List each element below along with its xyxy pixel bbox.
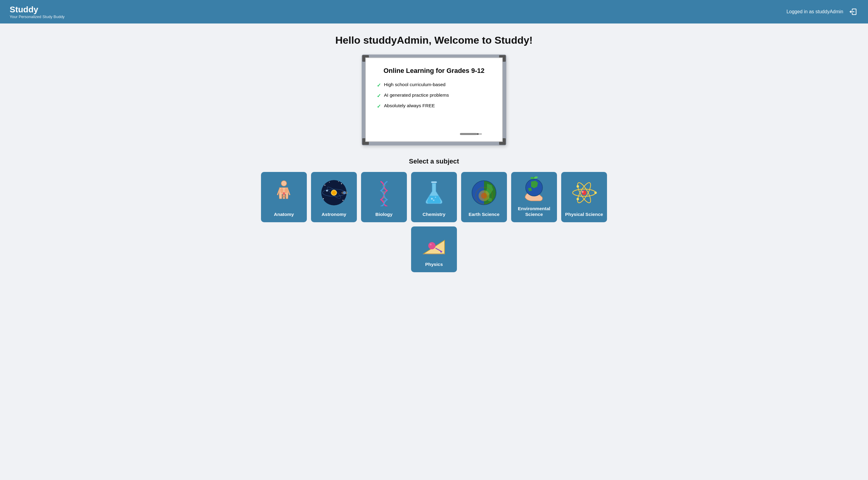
svg-point-16 xyxy=(343,200,344,201)
wb-item-2: ✓AI generated practice problems xyxy=(377,93,491,99)
subject-card-astronomy[interactable]: Astronomy xyxy=(311,172,357,222)
whiteboard: Online Learning for Grades 9-12 ✓High sc… xyxy=(362,55,506,145)
svg-point-42 xyxy=(582,191,584,193)
check-icon-2: ✓ xyxy=(377,93,381,99)
logout-icon xyxy=(849,7,857,16)
main-content: Hello studdyAdmin, Welcome to Studdy! On… xyxy=(0,24,868,284)
subject-card-earth-science[interactable]: Earth Science xyxy=(461,172,507,222)
welcome-heading: Hello studdyAdmin, Welcome to Studdy! xyxy=(336,34,533,46)
wb-item-text-1: High school curriculum-based xyxy=(384,82,445,87)
wb-item-3: ✓Absolutely always FREE xyxy=(377,103,491,110)
subject-card-biology[interactable]: Biology xyxy=(361,172,407,222)
logo-title: Studdy xyxy=(10,5,64,14)
logo-subtitle: Your Personalized Study Buddy xyxy=(10,14,64,19)
whiteboard-list: ✓High school curriculum-based ✓AI genera… xyxy=(377,82,491,110)
svg-marker-1 xyxy=(477,133,480,135)
svg-point-30 xyxy=(435,197,436,198)
svg-point-4 xyxy=(280,188,283,193)
app-logo: Studdy Your Personalized Study Buddy xyxy=(10,5,64,19)
svg-marker-2 xyxy=(480,133,482,134)
app-header: Studdy Your Personalized Study Buddy Log… xyxy=(0,0,868,24)
subject-label-earth-science: Earth Science xyxy=(469,211,500,217)
svg-point-48 xyxy=(577,198,579,200)
subject-card-physical-science[interactable]: Physical Science xyxy=(561,172,607,222)
svg-rect-0 xyxy=(460,133,477,135)
logged-in-text: Logged in as studdyAdmin xyxy=(786,9,843,14)
svg-point-19 xyxy=(329,182,330,182)
svg-point-3 xyxy=(281,181,287,186)
chemistry-icon xyxy=(414,176,454,209)
svg-point-5 xyxy=(284,188,287,193)
subject-label-physical-science: Physical Science xyxy=(565,211,603,217)
subjects-grid: Anatomy xyxy=(238,172,630,272)
check-icon-3: ✓ xyxy=(377,103,381,110)
anatomy-icon xyxy=(264,176,304,209)
svg-rect-28 xyxy=(431,181,437,183)
svg-point-13 xyxy=(326,190,328,192)
subject-card-environmental-science[interactable]: Environmental Science xyxy=(511,172,557,222)
physics-icon xyxy=(414,231,454,259)
header-right: Logged in as studdyAdmin xyxy=(786,6,858,17)
svg-point-31 xyxy=(433,199,435,201)
subject-label-anatomy: Anatomy xyxy=(274,211,294,217)
select-subject-label: Select a subject xyxy=(409,158,459,165)
subject-label-physics: Physics xyxy=(425,262,443,267)
whiteboard-inner: Online Learning for Grades 9-12 ✓High sc… xyxy=(365,58,503,142)
biology-icon xyxy=(364,176,404,209)
subject-card-chemistry[interactable]: Chemistry xyxy=(411,172,457,222)
whiteboard-pen xyxy=(460,131,484,137)
subject-label-astronomy: Astronomy xyxy=(321,211,346,217)
subject-label-chemistry: Chemistry xyxy=(423,211,445,217)
environmental-science-icon xyxy=(514,176,554,203)
earth-science-icon xyxy=(464,176,504,209)
svg-point-51 xyxy=(430,244,432,245)
wb-item-text-2: AI generated practice problems xyxy=(384,93,449,98)
subject-label-environmental-science: Environmental Science xyxy=(514,206,554,217)
svg-point-17 xyxy=(323,198,324,199)
svg-point-6 xyxy=(283,192,285,195)
svg-point-46 xyxy=(594,192,597,194)
svg-point-29 xyxy=(431,198,433,200)
svg-point-47 xyxy=(577,185,579,187)
wb-item-1: ✓High school curriculum-based xyxy=(377,82,491,89)
subject-card-physics[interactable]: Physics xyxy=(411,227,457,272)
astronomy-icon xyxy=(314,176,354,209)
svg-point-11 xyxy=(332,191,336,195)
svg-point-50 xyxy=(428,242,435,249)
svg-point-36 xyxy=(481,193,487,199)
svg-point-18 xyxy=(338,181,339,182)
whiteboard-title: Online Learning for Grades 9-12 xyxy=(377,67,491,75)
wb-item-text-3: Absolutely always FREE xyxy=(384,103,435,108)
svg-point-14 xyxy=(324,184,326,185)
check-icon-1: ✓ xyxy=(377,82,381,89)
subject-label-biology: Biology xyxy=(375,211,393,217)
svg-point-15 xyxy=(341,183,342,184)
physical-science-icon xyxy=(564,176,604,209)
subject-card-anatomy[interactable]: Anatomy xyxy=(261,172,307,222)
logout-button[interactable] xyxy=(847,6,858,17)
